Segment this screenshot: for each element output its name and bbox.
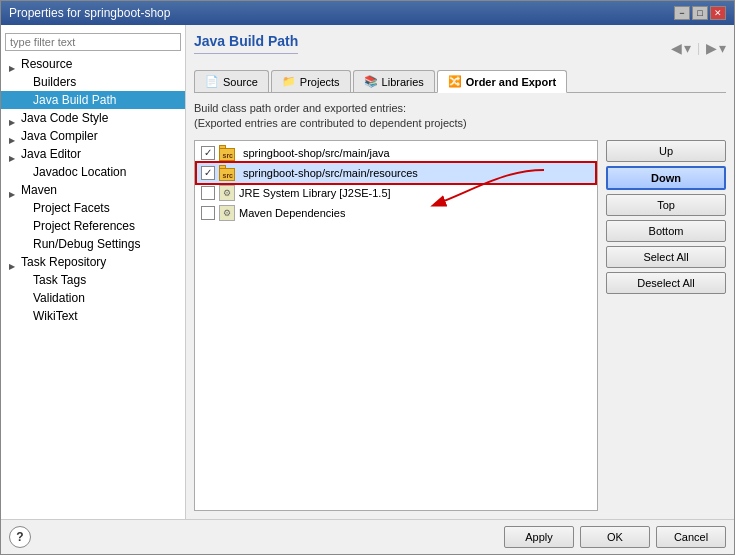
expand-icon xyxy=(9,60,17,68)
panel-header: Java Build Path ◀ ▾ | ▶ ▾ xyxy=(194,33,726,62)
right-panel: Java Build Path ◀ ▾ | ▶ ▾ 📄 Source 📁 Pro… xyxy=(186,25,734,519)
sidebar-item-project-facets[interactable]: Project Facets xyxy=(1,199,185,217)
projects-tab-label: Projects xyxy=(300,76,340,88)
sidebar-item-label: WikiText xyxy=(33,309,78,323)
sidebar-item-label: Project References xyxy=(33,219,135,233)
item-checkbox[interactable] xyxy=(201,146,215,160)
libraries-tab-icon: 📚 xyxy=(364,75,378,88)
panel-title: Java Build Path xyxy=(194,33,298,54)
sidebar-item-maven[interactable]: Maven xyxy=(1,181,185,199)
top-button[interactable]: Top xyxy=(606,194,726,216)
sidebar-item-resource[interactable]: Resource xyxy=(1,55,185,73)
item-checkbox[interactable] xyxy=(201,166,215,180)
list-item[interactable]: ⚙JRE System Library [J2SE-1.5] xyxy=(197,183,595,203)
tab-libraries[interactable]: 📚 Libraries xyxy=(353,70,435,92)
item-label: springboot-shop/src/main/java xyxy=(243,147,390,159)
library-icon: ⚙ xyxy=(219,205,235,221)
title-bar: Properties for springboot-shop − □ ✕ xyxy=(1,1,734,25)
forward-icon[interactable]: ▶ xyxy=(706,40,717,56)
description-line2: (Exported entries are contributed to dep… xyxy=(194,116,726,131)
item-label: springboot-shop/src/main/resources xyxy=(243,167,418,179)
expand-icon xyxy=(9,132,17,140)
src-folder-icon: src xyxy=(219,145,239,161)
sidebar-item-label: Java Build Path xyxy=(33,93,116,107)
nav-icons: ◀ ▾ | ▶ ▾ xyxy=(671,40,726,56)
sidebar-item-label: Project Facets xyxy=(33,201,110,215)
bottom-bar: ? Apply OK Cancel xyxy=(1,519,734,554)
item-label: Maven Dependencies xyxy=(239,207,345,219)
deselect-all-button[interactable]: Deselect All xyxy=(606,272,726,294)
sidebar: ResourceBuildersJava Build PathJava Code… xyxy=(1,25,186,519)
sidebar-item-label: Java Compiler xyxy=(21,129,98,143)
sidebar-item-java-editor[interactable]: Java Editor xyxy=(1,145,185,163)
minimize-button[interactable]: − xyxy=(674,6,690,20)
sidebar-item-java-compiler[interactable]: Java Compiler xyxy=(1,127,185,145)
select-all-button[interactable]: Select All xyxy=(606,246,726,268)
src-folder-icon: src xyxy=(219,165,239,181)
sidebar-item-javadoc-location[interactable]: Javadoc Location xyxy=(1,163,185,181)
build-path-list: srcspringboot-shop/src/main/javasrcsprin… xyxy=(194,140,598,511)
projects-tab-icon: 📁 xyxy=(282,75,296,88)
forward-dropdown-icon[interactable]: ▾ xyxy=(719,40,726,56)
sidebar-item-label: Validation xyxy=(33,291,85,305)
help-area: ? xyxy=(9,526,31,548)
list-item[interactable]: srcspringboot-shop/src/main/java xyxy=(197,143,595,163)
help-button[interactable]: ? xyxy=(9,526,31,548)
libraries-tab-label: Libraries xyxy=(382,76,424,88)
maximize-button[interactable]: □ xyxy=(692,6,708,20)
up-button[interactable]: Up xyxy=(606,140,726,162)
order-export-tab-icon: 🔀 xyxy=(448,75,462,88)
tab-projects[interactable]: 📁 Projects xyxy=(271,70,351,92)
sidebar-item-label: Run/Debug Settings xyxy=(33,237,140,251)
expand-icon xyxy=(9,150,17,158)
expand-icon xyxy=(9,114,17,122)
back-icon[interactable]: ◀ xyxy=(671,40,682,56)
apply-button[interactable]: Apply xyxy=(504,526,574,548)
expand-icon xyxy=(9,258,17,266)
cancel-button[interactable]: Cancel xyxy=(656,526,726,548)
sidebar-item-task-tags[interactable]: Task Tags xyxy=(1,271,185,289)
close-button[interactable]: ✕ xyxy=(710,6,726,20)
filter-input[interactable] xyxy=(5,33,181,51)
item-label: JRE System Library [J2SE-1.5] xyxy=(239,187,391,199)
window-title: Properties for springboot-shop xyxy=(9,6,170,20)
sidebar-item-label: Task Repository xyxy=(21,255,106,269)
sidebar-item-validation[interactable]: Validation xyxy=(1,289,185,307)
sidebar-item-label: Javadoc Location xyxy=(33,165,126,179)
main-content: ResourceBuildersJava Build PathJava Code… xyxy=(1,25,734,519)
sidebar-item-label: Builders xyxy=(33,75,76,89)
sidebar-items: ResourceBuildersJava Build PathJava Code… xyxy=(1,55,185,325)
tabs-bar: 📄 Source 📁 Projects 📚 Libraries 🔀 Order … xyxy=(194,70,726,93)
list-item[interactable]: ⚙Maven Dependencies xyxy=(197,203,595,223)
build-panel: srcspringboot-shop/src/main/javasrcsprin… xyxy=(194,140,726,511)
sidebar-item-wikitext[interactable]: WikiText xyxy=(1,307,185,325)
sidebar-item-project-references[interactable]: Project References xyxy=(1,217,185,235)
sidebar-item-label: Java Editor xyxy=(21,147,81,161)
sidebar-item-label: Task Tags xyxy=(33,273,86,287)
bottom-button[interactable]: Bottom xyxy=(606,220,726,242)
sidebar-item-label: Maven xyxy=(21,183,57,197)
source-tab-label: Source xyxy=(223,76,258,88)
sidebar-item-builders[interactable]: Builders xyxy=(1,73,185,91)
down-button[interactable]: Down xyxy=(606,166,726,190)
description-line1: Build class path order and exported entr… xyxy=(194,101,726,116)
sidebar-item-java-code-style[interactable]: Java Code Style xyxy=(1,109,185,127)
action-buttons-panel: UpDownTopBottomSelect AllDeselect All xyxy=(606,140,726,511)
expand-icon xyxy=(9,186,17,194)
sidebar-item-task-repository[interactable]: Task Repository xyxy=(1,253,185,271)
sidebar-item-run-debug-settings[interactable]: Run/Debug Settings xyxy=(1,235,185,253)
tab-order-export[interactable]: 🔀 Order and Export xyxy=(437,70,567,93)
sidebar-item-label: Java Code Style xyxy=(21,111,108,125)
window-controls: − □ ✕ xyxy=(674,6,726,20)
item-checkbox[interactable] xyxy=(201,186,215,200)
order-export-tab-label: Order and Export xyxy=(466,76,556,88)
library-icon: ⚙ xyxy=(219,185,235,201)
ok-button[interactable]: OK xyxy=(580,526,650,548)
tab-source[interactable]: 📄 Source xyxy=(194,70,269,92)
sidebar-item-java-build-path[interactable]: Java Build Path xyxy=(1,91,185,109)
list-item[interactable]: srcspringboot-shop/src/main/resources xyxy=(197,163,595,183)
back-dropdown-icon[interactable]: ▾ xyxy=(684,40,691,56)
properties-window: Properties for springboot-shop − □ ✕ Res… xyxy=(0,0,735,555)
item-checkbox[interactable] xyxy=(201,206,215,220)
sidebar-item-label: Resource xyxy=(21,57,72,71)
